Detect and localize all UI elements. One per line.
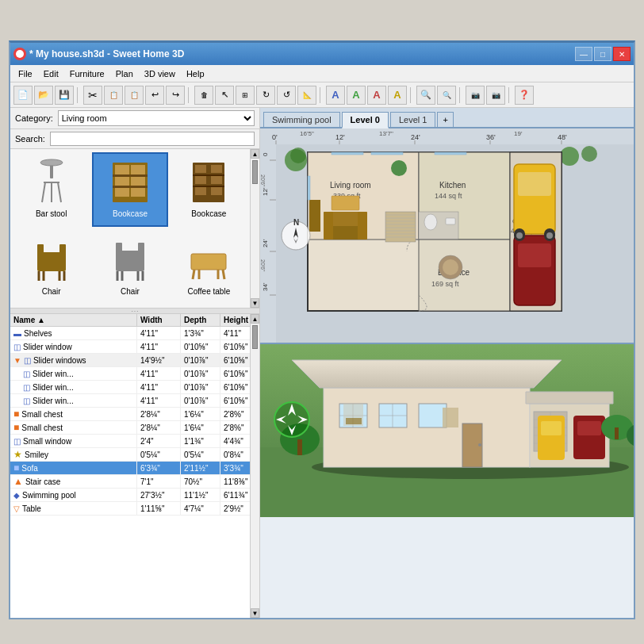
tb-textA1[interactable]: A — [326, 86, 345, 105]
cell-name: ◆ Swimming pool — [10, 489, 137, 501]
table-row[interactable]: ▲ Stair case 7'1" 70½" 11'8⅜" — [10, 475, 250, 489]
tab-level-0[interactable]: Level 0 — [342, 112, 389, 128]
menu-help[interactable]: Help — [182, 67, 209, 80]
tb-dimension[interactable]: 📐 — [297, 86, 316, 105]
tb-rotate2[interactable]: ↺ — [277, 86, 296, 105]
svg-marker-132 — [292, 360, 562, 388]
table-scroll-up[interactable]: ▲ — [251, 314, 259, 324]
view-3d[interactable] — [260, 343, 634, 517]
tb-sep6 — [508, 87, 512, 103]
menu-edit[interactable]: Edit — [39, 67, 63, 80]
cell-depth: 2'11½" — [181, 462, 220, 474]
tb-redo[interactable]: ↪ — [166, 86, 185, 105]
furniture-item-coffeetable[interactable]: Coffee table — [171, 230, 247, 305]
svg-rect-97 — [518, 243, 551, 267]
menu-furniture[interactable]: Furniture — [65, 67, 109, 80]
scroll-up-arrow[interactable]: ▲ — [251, 149, 259, 159]
floor-plan-canvas[interactable]: Living room 339 sq ft Kitchen 144 sq ft — [276, 144, 634, 343]
table-row[interactable]: ◫ Slider win... 4'11" 0'10⅞" 6'10⅝" — [10, 367, 250, 381]
table-row[interactable]: ◫ Slider win... 4'11" 0'10⅞" 6'10⅝" — [10, 381, 250, 394]
scroll-down-arrow[interactable]: ▼ — [251, 298, 259, 308]
tb-delete[interactable]: 🗑 — [194, 86, 213, 105]
tb-help[interactable]: ❓ — [515, 86, 534, 105]
furniture-item-chair[interactable]: Chair — [13, 230, 89, 305]
table-row-selected[interactable]: ■ Sofa 6'3¾" 2'11½" 3'3¾" — [10, 462, 250, 475]
tab-swimming-pool[interactable]: Swimming pool — [263, 112, 340, 127]
svg-point-101 — [546, 232, 553, 239]
furniture-item-barstool[interactable]: Bar stool — [13, 152, 89, 227]
tb-paste[interactable]: 📋 — [125, 86, 144, 105]
table-row[interactable]: ◆ Swimming pool 27'3½" 11'1½" 6'11¾" — [10, 489, 250, 502]
col-width[interactable]: Width — [137, 314, 181, 326]
table-row[interactable]: ▬ Shelves 4'11" 1'3¾" 4'11" — [10, 327, 250, 340]
tb-undo[interactable]: ↩ — [145, 86, 164, 105]
search-input[interactable] — [50, 132, 255, 146]
close-button[interactable]: ✕ — [613, 47, 631, 61]
col-height[interactable]: Height — [220, 314, 250, 326]
tb-textA2[interactable]: A — [347, 86, 366, 105]
outer-window: * My house.sh3d - Sweet Home 3D — □ ✕ Fi… — [0, 0, 644, 644]
furniture-item-bookcase-selected[interactable]: Bookcase — [92, 152, 167, 227]
tb-zoomin[interactable]: 🔍 — [416, 86, 435, 105]
tb-wall[interactable]: ⊞ — [236, 86, 255, 105]
table-scroll-thumb[interactable] — [252, 325, 258, 349]
tb-open[interactable]: 📂 — [34, 86, 53, 105]
tb-rotate[interactable]: ↻ — [256, 86, 275, 105]
tb-textA4[interactable]: A — [388, 86, 407, 105]
ruler-top: 0' 12' 24' 36' 48' 16'5" 13'7" 19' — [260, 128, 634, 144]
floor-plan-content: 0 12' 24' 34' 20'6" 20'6" — [260, 144, 634, 343]
furniture-item-chair2[interactable]: Chair — [92, 230, 167, 305]
cell-depth: 1'1¾" — [181, 435, 220, 447]
floor-plan: 0' 12' 24' 36' 48' 16'5" 13'7" 19' — [260, 128, 634, 343]
cell-name: ▬ Shelves — [10, 327, 137, 339]
table-row[interactable]: ◫ Slider win... 4'11" 0'10⅞" 6'10⅝" — [10, 394, 250, 408]
toolbar: 📄 📂 💾 ✂ 📋 📋 ↩ ↪ 🗑 ↖ ⊞ ↻ ↺ 📐 A A A A 🔍 🔍 — [10, 82, 634, 108]
panel-divider[interactable] — [10, 308, 259, 314]
menu-plan[interactable]: Plan — [111, 67, 138, 80]
tb-cut[interactable]: ✂ — [83, 86, 102, 105]
svg-point-70 — [290, 148, 306, 163]
svg-text:48': 48' — [558, 133, 567, 141]
cell-name: ▽ Table — [10, 502, 137, 515]
cell-height: 2'8%" — [220, 408, 250, 420]
cell-width: 4'11" — [137, 381, 181, 393]
table-row[interactable]: ■ Small chest 2'8¼" 1'6¼" 2'8%" — [10, 421, 250, 435]
scroll-thumb[interactable] — [252, 160, 258, 184]
furniture-list: Name ▲ Width Depth Height Visible ▬ Shel… — [10, 314, 250, 618]
col-depth[interactable]: Depth — [181, 314, 220, 326]
tab-level-1[interactable]: Level 1 — [390, 112, 435, 127]
furniture-item-bookcase2[interactable]: Bookcase — [171, 152, 247, 227]
tb-textA3[interactable]: A — [367, 86, 386, 105]
tb-new[interactable]: 📄 — [13, 86, 33, 105]
tb-camera[interactable]: 📷 — [466, 86, 485, 105]
tab-add-button[interactable]: + — [437, 112, 453, 127]
table-row[interactable]: ★ Smiley 0'5¼" 0'5¼" 0'8¼" — [10, 448, 250, 462]
tb-select[interactable]: ↖ — [215, 86, 234, 105]
category-select[interactable]: Living room — [58, 110, 255, 126]
svg-rect-21 — [211, 187, 222, 195]
tb-save[interactable]: 💾 — [55, 86, 74, 105]
menu-file[interactable]: File — [13, 67, 37, 80]
svg-rect-91 — [518, 172, 551, 196]
table-row[interactable]: ◫ Slider window 4'11" 0'10⅝" 6'10⅝" — [10, 340, 250, 354]
col-name[interactable]: Name ▲ — [10, 314, 137, 326]
table-row[interactable]: ◫ Small window 2'4" 1'1¾" 4'4¾" — [10, 435, 250, 448]
minimize-button[interactable]: — — [575, 47, 592, 61]
tb-zoomout[interactable]: 🔍 — [437, 86, 456, 105]
tb-copy[interactable]: 📋 — [104, 86, 123, 105]
maximize-button[interactable]: □ — [594, 47, 611, 61]
svg-rect-32 — [116, 243, 122, 254]
svg-text:13'7": 13'7" — [379, 130, 393, 137]
tb-camera2[interactable]: 📷 — [486, 86, 505, 105]
table-row[interactable]: ▽ Table 1'11⅝" 4'7¼" 2'9½" — [10, 502, 250, 516]
table-scroll-down[interactable]: ▼ — [251, 608, 259, 618]
svg-rect-104 — [324, 212, 333, 240]
svg-line-4 — [58, 182, 61, 202]
furniture-grid-scrollbar: ▲ ▼ — [250, 149, 259, 308]
table-row[interactable]: ■ Small chest 2'8¼" 1'6¼" 2'8%" — [10, 408, 250, 421]
menu-3dview[interactable]: 3D view — [140, 67, 180, 80]
svg-text:0: 0 — [262, 152, 269, 156]
table-row-group[interactable]: ▼ ◫ Slider windows 14'9½" 0'10⅞" 6'10⅝" — [10, 354, 250, 367]
cell-width: 7'1" — [137, 475, 181, 488]
cell-height: 2'8%" — [220, 421, 250, 434]
